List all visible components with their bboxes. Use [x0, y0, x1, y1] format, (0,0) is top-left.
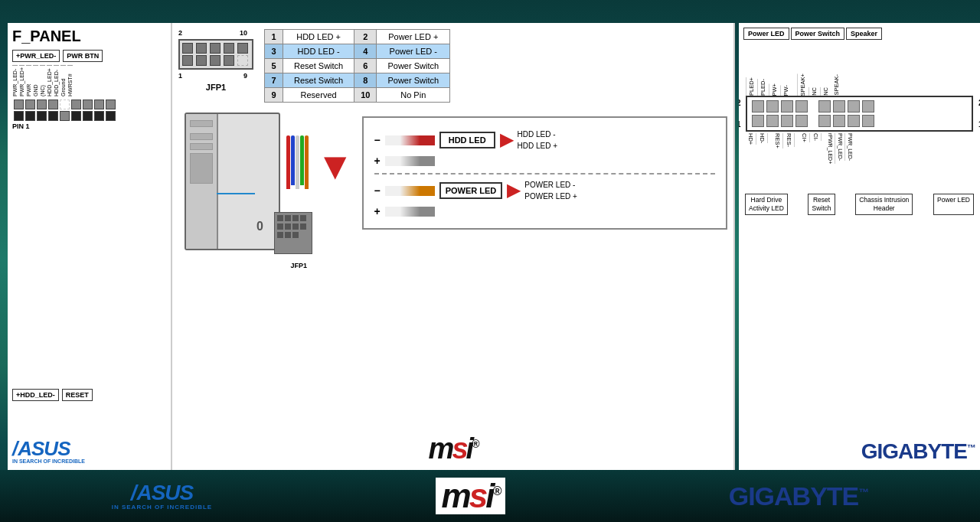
gigabyte-logo-area: GIGABYTE™: [861, 439, 975, 464]
asus-bottom-logo: /ASUS IN SEARCH OF INCREDIBLE: [112, 482, 212, 511]
reset-connector: RESET: [62, 389, 93, 401]
hdd-led-label: HDD LED: [439, 132, 495, 148]
hdd-led-connector: +HDD_LED-: [12, 389, 59, 401]
minus-sign-pwr: −: [374, 184, 381, 197]
gb-power-led-label: Power LED: [933, 194, 974, 215]
jfp1-pin-grid: [178, 39, 253, 70]
arrow-right-pwr: ▶: [507, 181, 520, 201]
fpanel-title: F_PANEL: [12, 28, 166, 45]
gb-res-plus: RES+: [773, 133, 783, 148]
gigabyte-logo: GIGABYTE™: [861, 439, 975, 464]
gb-pin-row-bottom: [752, 115, 967, 127]
led-connector-diagram: − HDD LED ▶ HDD LED - HDD LED + + − POW: [362, 116, 728, 230]
plus-sign-pwr: +: [374, 205, 381, 217]
hdd-led-outputs: HDD LED - HDD LED +: [518, 129, 558, 152]
pin-label-hdd-led-plus: HDD_LED+: [47, 65, 52, 96]
gb-vertical-labels-bottom: HD+ HD- RES+ RES- CI+ CI- rPWR_LED+ PWR_…: [743, 133, 975, 191]
gb-res-minus: RES-: [784, 133, 795, 147]
pin-label-gnd: GND: [33, 65, 38, 96]
pin-label-nc: (NC): [40, 65, 45, 96]
gb-rpwr-led-plus: rPWR_LED+: [826, 133, 835, 164]
jfp1-col9: 9: [243, 72, 247, 80]
gb-pwr-led-minus2: PWR_LED-: [846, 133, 854, 161]
pwr-btn-connector: PWR BTN: [63, 50, 103, 62]
gb-speak-plus: SPEAK+: [797, 73, 808, 96]
gb-ci-minus: CI-: [811, 133, 822, 141]
msi-logo-area: msi®: [429, 432, 478, 465]
down-arrow: ▼: [316, 147, 354, 185]
gb-pled-plus: PLED+: [746, 77, 756, 96]
minus-sign-hdd: −: [374, 134, 381, 146]
gb-pin-row-top: [752, 100, 967, 113]
power-led-row-plus: +: [374, 205, 716, 217]
msi-bottom-diagram: 0: [178, 109, 727, 269]
arrow-right-hdd: ▶: [500, 130, 513, 150]
gb-hd-plus: HD+: [746, 133, 756, 145]
asus-logo-area: /ASUS IN SEARCH OF INCREDIBLE: [12, 439, 85, 464]
jfp1-connector: 2 10 1 9 JFP1: [178, 29, 253, 92]
table-row-3: 5 Reset Switch 6 Power Switch: [265, 59, 450, 73]
table-row-1: 1 HDD LED + 2 Power LED +: [265, 30, 450, 44]
fpanel-pin-area: PWR_LED- PWR_LED+ PWR GND (NC) HDD_LED+ …: [12, 65, 166, 96]
hdd-led-row-minus: − HDD LED ▶ HDD LED - HDD LED +: [374, 129, 716, 152]
jfp1-table-container: 1 HDD LED + 2 Power LED + 3 HDD LED - 4 …: [264, 29, 450, 103]
asus-top-connectors: +PWR_LED- PWR BTN: [12, 50, 166, 62]
gb-bottom-section-labels: Hard DriveActivity LED ResetSwitch Chass…: [743, 194, 975, 215]
pin-label-pwr: PWR: [26, 65, 31, 96]
gb-pw-minus: PW-: [780, 85, 791, 96]
gb-hd-minus: HD-: [757, 133, 768, 143]
pc-case-illustration: 0: [178, 109, 309, 269]
gigabyte-section: Power LED Power Switch Speaker PLED+ PLE…: [739, 23, 980, 470]
msi-bottom-logo: msi®: [436, 478, 506, 514]
led-divider: [374, 173, 716, 175]
plus-sign-hdd: +: [374, 155, 381, 167]
pin1-label: PIN 1: [12, 122, 166, 130]
jfp1-bottom-label: JFP1: [290, 262, 307, 269]
power-led-row-minus: − POWER LED ▶ POWER LED - POWER LED +: [374, 179, 716, 202]
jfp1-name: JFP1: [178, 83, 253, 92]
gb-speak-minus: SPEAK-: [831, 74, 841, 96]
msi-section: 2 10 1 9 JFP1: [172, 23, 735, 470]
table-row-2: 3 HDD LED - 4 Power LED -: [265, 44, 450, 59]
fpanel-pins-grid: [12, 100, 166, 121]
gb-speaker-header: Speaker: [846, 28, 882, 40]
gigabyte-bottom-logo: GIGABYTE™: [729, 481, 869, 511]
asus-bottom-connectors: +HDD_LED- RESET: [12, 389, 93, 401]
gb-hdd-activity-label: Hard DriveActivity LED: [745, 194, 788, 215]
gb-power-led-header: Power LED: [743, 28, 789, 40]
table-row-4: 7 Reset Switch 8 Power Switch: [265, 73, 450, 88]
pin-label-hwrst: HWRST#: [67, 65, 73, 96]
jfp1-col10: 10: [240, 29, 247, 37]
gb-chassis-intrusion-label: Chassis IntrusionHeader: [855, 194, 913, 215]
power-led-label: POWER LED: [439, 182, 503, 199]
jfp1-table: 1 HDD LED + 2 Power LED + 3 HDD LED - 4 …: [264, 29, 450, 103]
power-led-outputs: POWER LED - POWER LED +: [524, 179, 577, 202]
asus-logo: /ASUS: [12, 439, 85, 458]
gb-reset-switch-label: ResetSwitch: [808, 194, 835, 215]
gb-vertical-labels-top: PLED+ PLED- PW+ PW- SPEAK+ NC NC SPEAK-: [743, 42, 975, 96]
gb-nc1: NC: [808, 87, 819, 96]
asus-tagline: IN SEARCH OF INCREDIBLE: [12, 458, 85, 464]
pin-label-hdd-led-minus: HDD_LED-: [54, 65, 59, 96]
gb-nc2: NC: [820, 87, 831, 96]
gb-connector-box: 20 19 2 1: [746, 96, 973, 132]
gb-pled-minus: PLED-: [757, 79, 768, 96]
jfp1-col1: 1: [178, 72, 182, 80]
pin-label-pwr-led-minus: PWR_LED-: [12, 65, 18, 96]
pin-label-pwr-led-plus: PWR_LED+: [19, 65, 24, 96]
gb-ci-plus: CI+: [799, 133, 810, 142]
bottom-bar: /ASUS IN SEARCH OF INCREDIBLE msi® GIGAB…: [0, 470, 980, 522]
msi-logo: msi®: [429, 432, 478, 465]
jfp1-area: 2 10 1 9 JFP1: [178, 29, 727, 103]
pin-label-ground: Ground: [60, 65, 66, 96]
pwr-led-connector: +PWR_LED-: [12, 50, 60, 62]
hdd-led-row-plus: +: [374, 155, 716, 167]
asus-section: F_PANEL +PWR_LED- PWR BTN PWR_LED- PWR_L…: [8, 23, 172, 470]
gb-power-switch-header: Power Switch: [791, 28, 845, 40]
gb-header-labels: Power LED Power Switch Speaker: [743, 28, 975, 40]
jfp1-col2: 2: [178, 29, 182, 37]
gb-pw-plus: PW+: [769, 83, 779, 96]
gb-pwr-led-minus1: PWR_LED-: [836, 133, 845, 161]
table-row-5: 9 Reserved 10 No Pin: [265, 88, 450, 103]
